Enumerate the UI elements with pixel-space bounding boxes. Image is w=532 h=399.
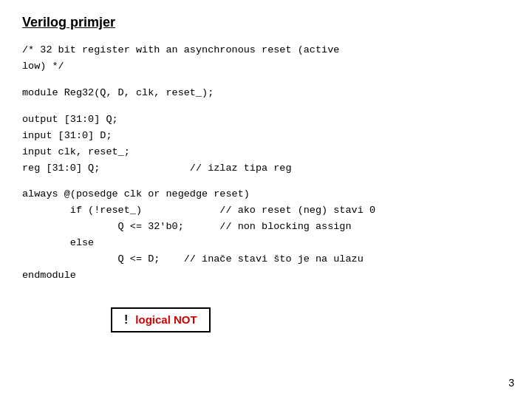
comment-text: /* 32 bit register with an asynchronous … (22, 44, 339, 72)
note-box: ! logical NOT (111, 307, 211, 332)
code-module-decl: module Reg32(Q, D, clk, reset_); (22, 85, 510, 101)
page-number: 3 (508, 377, 514, 389)
code-comment: /* 32 bit register with an asynchronous … (22, 42, 510, 75)
module-decl-text: module Reg32(Q, D, clk, reset_); (22, 87, 214, 98)
code-always-block: always @(posedge clk or negedge reset) i… (22, 186, 510, 284)
page-container: Verilog primjer /* 32 bit register with … (0, 0, 532, 399)
always-block-text: always @(posedge clk or negedge reset) i… (22, 188, 375, 281)
page-title: Verilog primjer (22, 15, 510, 30)
note-label: logical NOT (135, 313, 197, 326)
code-port-decls: output [31:0] Q; input [31:0] D; input c… (22, 112, 510, 177)
port-decls-text: output [31:0] Q; input [31:0] D; input c… (22, 114, 292, 174)
note-exclamation: ! (124, 313, 128, 327)
